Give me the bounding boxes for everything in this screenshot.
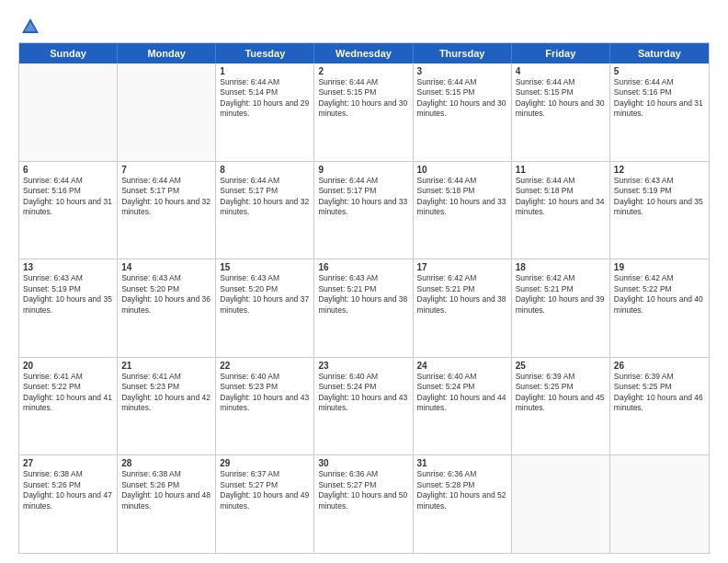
day-info: Sunrise: 6:41 AM Sunset: 5:23 PM Dayligh…	[121, 372, 211, 414]
day-number: 20	[23, 361, 113, 371]
day-info: Sunrise: 6:44 AM Sunset: 5:14 PM Dayligh…	[220, 77, 310, 120]
header-cell-thursday: Thursday	[414, 43, 512, 63]
day-number: 17	[417, 262, 507, 272]
day-info: Sunrise: 6:40 AM Sunset: 5:24 PM Dayligh…	[318, 372, 408, 414]
day-info: Sunrise: 6:43 AM Sunset: 5:19 PM Dayligh…	[614, 176, 705, 218]
day-info: Sunrise: 6:40 AM Sunset: 5:24 PM Dayligh…	[417, 372, 507, 414]
day-info: Sunrise: 6:44 AM Sunset: 5:15 PM Dayligh…	[516, 77, 606, 120]
header-cell-friday: Friday	[512, 43, 610, 63]
day-cell-8: 8Sunrise: 6:44 AM Sunset: 5:17 PM Daylig…	[216, 162, 314, 259]
day-info: Sunrise: 6:43 AM Sunset: 5:19 PM Dayligh…	[23, 273, 113, 316]
day-info: Sunrise: 6:44 AM Sunset: 5:16 PM Dayligh…	[614, 77, 705, 120]
header-cell-monday: Monday	[118, 43, 216, 63]
day-cell-24: 24Sunrise: 6:40 AM Sunset: 5:24 PM Dayli…	[414, 358, 512, 455]
day-cell-18: 18Sunrise: 6:42 AM Sunset: 5:21 PM Dayli…	[512, 259, 610, 357]
day-number: 22	[220, 361, 310, 371]
empty-cell	[118, 63, 216, 161]
day-info: Sunrise: 6:36 AM Sunset: 5:27 PM Dayligh…	[318, 469, 408, 511]
day-cell-3: 3Sunrise: 6:44 AM Sunset: 5:15 PM Daylig…	[414, 63, 512, 161]
day-number: 5	[614, 66, 705, 76]
day-info: Sunrise: 6:42 AM Sunset: 5:22 PM Dayligh…	[614, 273, 705, 316]
header-cell-saturday: Saturday	[610, 43, 709, 63]
day-info: Sunrise: 6:44 AM Sunset: 5:17 PM Dayligh…	[121, 176, 211, 218]
day-number: 8	[220, 165, 310, 175]
header-cell-wednesday: Wednesday	[314, 43, 413, 63]
day-info: Sunrise: 6:44 AM Sunset: 5:18 PM Dayligh…	[516, 176, 606, 218]
day-number: 16	[318, 262, 408, 272]
day-info: Sunrise: 6:38 AM Sunset: 5:26 PM Dayligh…	[121, 469, 211, 511]
day-info: Sunrise: 6:43 AM Sunset: 5:20 PM Dayligh…	[121, 273, 211, 316]
day-info: Sunrise: 6:42 AM Sunset: 5:21 PM Dayligh…	[417, 273, 507, 316]
day-number: 1	[220, 66, 310, 76]
day-info: Sunrise: 6:42 AM Sunset: 5:21 PM Dayligh…	[516, 273, 606, 316]
day-info: Sunrise: 6:36 AM Sunset: 5:28 PM Dayligh…	[417, 469, 507, 511]
day-number: 29	[220, 458, 310, 468]
day-number: 27	[23, 458, 113, 468]
calendar-row-3: 13Sunrise: 6:43 AM Sunset: 5:19 PM Dayli…	[19, 259, 709, 357]
day-number: 3	[417, 66, 507, 76]
day-number: 31	[417, 458, 507, 468]
day-cell-17: 17Sunrise: 6:42 AM Sunset: 5:21 PM Dayli…	[414, 259, 512, 357]
day-cell-6: 6Sunrise: 6:44 AM Sunset: 5:16 PM Daylig…	[19, 162, 118, 259]
day-cell-19: 19Sunrise: 6:42 AM Sunset: 5:22 PM Dayli…	[610, 259, 709, 357]
page: SundayMondayTuesdayWednesdayThursdayFrid…	[0, 0, 728, 563]
empty-cell	[512, 455, 610, 553]
day-number: 21	[121, 361, 211, 371]
day-number: 23	[318, 361, 408, 371]
empty-cell	[19, 63, 118, 161]
day-info: Sunrise: 6:43 AM Sunset: 5:20 PM Dayligh…	[220, 273, 310, 316]
logo	[18, 17, 40, 33]
day-cell-15: 15Sunrise: 6:43 AM Sunset: 5:20 PM Dayli…	[216, 259, 314, 357]
day-cell-31: 31Sunrise: 6:36 AM Sunset: 5:28 PM Dayli…	[414, 455, 512, 553]
logo-icon	[20, 17, 40, 37]
day-cell-11: 11Sunrise: 6:44 AM Sunset: 5:18 PM Dayli…	[512, 162, 610, 259]
day-info: Sunrise: 6:44 AM Sunset: 5:16 PM Dayligh…	[23, 176, 113, 218]
day-cell-1: 1Sunrise: 6:44 AM Sunset: 5:14 PM Daylig…	[216, 63, 314, 161]
day-info: Sunrise: 6:44 AM Sunset: 5:15 PM Dayligh…	[318, 77, 408, 120]
day-number: 7	[121, 165, 211, 175]
day-info: Sunrise: 6:44 AM Sunset: 5:15 PM Dayligh…	[417, 77, 507, 120]
header-cell-tuesday: Tuesday	[216, 43, 314, 63]
day-cell-26: 26Sunrise: 6:39 AM Sunset: 5:25 PM Dayli…	[610, 358, 709, 455]
day-cell-25: 25Sunrise: 6:39 AM Sunset: 5:25 PM Dayli…	[512, 358, 610, 455]
calendar-body: 1Sunrise: 6:44 AM Sunset: 5:14 PM Daylig…	[19, 63, 709, 553]
calendar-row-1: 1Sunrise: 6:44 AM Sunset: 5:14 PM Daylig…	[19, 63, 709, 161]
day-number: 25	[516, 361, 606, 371]
day-info: Sunrise: 6:38 AM Sunset: 5:26 PM Dayligh…	[23, 469, 113, 511]
day-cell-10: 10Sunrise: 6:44 AM Sunset: 5:18 PM Dayli…	[414, 162, 512, 259]
day-number: 11	[516, 165, 606, 175]
day-number: 12	[614, 165, 705, 175]
day-cell-27: 27Sunrise: 6:38 AM Sunset: 5:26 PM Dayli…	[19, 455, 118, 553]
day-cell-16: 16Sunrise: 6:43 AM Sunset: 5:21 PM Dayli…	[314, 259, 413, 357]
day-number: 18	[516, 262, 606, 272]
day-number: 6	[23, 165, 113, 175]
calendar-row-2: 6Sunrise: 6:44 AM Sunset: 5:16 PM Daylig…	[19, 161, 709, 259]
day-cell-2: 2Sunrise: 6:44 AM Sunset: 5:15 PM Daylig…	[314, 63, 413, 161]
day-info: Sunrise: 6:44 AM Sunset: 5:18 PM Dayligh…	[417, 176, 507, 218]
calendar-row-5: 27Sunrise: 6:38 AM Sunset: 5:26 PM Dayli…	[19, 454, 709, 553]
day-number: 28	[121, 458, 211, 468]
day-cell-4: 4Sunrise: 6:44 AM Sunset: 5:15 PM Daylig…	[512, 63, 610, 161]
day-number: 30	[318, 458, 408, 468]
day-cell-22: 22Sunrise: 6:40 AM Sunset: 5:23 PM Dayli…	[216, 358, 314, 455]
day-info: Sunrise: 6:40 AM Sunset: 5:23 PM Dayligh…	[220, 372, 310, 414]
day-number: 13	[23, 262, 113, 272]
header-cell-sunday: Sunday	[19, 43, 118, 63]
day-info: Sunrise: 6:37 AM Sunset: 5:27 PM Dayligh…	[220, 469, 310, 511]
day-number: 9	[318, 165, 408, 175]
day-number: 19	[614, 262, 705, 272]
calendar-row-4: 20Sunrise: 6:41 AM Sunset: 5:22 PM Dayli…	[19, 357, 709, 455]
day-cell-29: 29Sunrise: 6:37 AM Sunset: 5:27 PM Dayli…	[216, 455, 314, 553]
day-info: Sunrise: 6:44 AM Sunset: 5:17 PM Dayligh…	[318, 176, 408, 218]
day-cell-12: 12Sunrise: 6:43 AM Sunset: 5:19 PM Dayli…	[610, 162, 709, 259]
day-number: 2	[318, 66, 408, 76]
day-cell-23: 23Sunrise: 6:40 AM Sunset: 5:24 PM Dayli…	[314, 358, 413, 455]
calendar-header: SundayMondayTuesdayWednesdayThursdayFrid…	[19, 43, 709, 63]
day-cell-9: 9Sunrise: 6:44 AM Sunset: 5:17 PM Daylig…	[314, 162, 413, 259]
day-number: 14	[121, 262, 211, 272]
day-info: Sunrise: 6:44 AM Sunset: 5:17 PM Dayligh…	[220, 176, 310, 218]
day-cell-20: 20Sunrise: 6:41 AM Sunset: 5:22 PM Dayli…	[19, 358, 118, 455]
day-cell-14: 14Sunrise: 6:43 AM Sunset: 5:20 PM Dayli…	[118, 259, 216, 357]
day-cell-5: 5Sunrise: 6:44 AM Sunset: 5:16 PM Daylig…	[610, 63, 709, 161]
day-info: Sunrise: 6:43 AM Sunset: 5:21 PM Dayligh…	[318, 273, 408, 316]
